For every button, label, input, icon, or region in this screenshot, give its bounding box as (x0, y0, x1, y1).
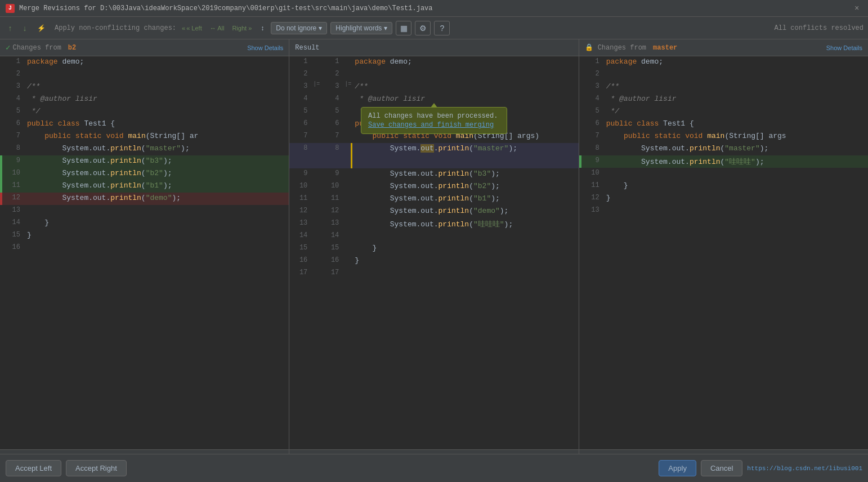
do-not-ignore-dropdown[interactable]: Do not ignore ▾ (271, 22, 327, 34)
close-button[interactable]: × (854, 5, 862, 12)
app-icon: J (6, 4, 15, 13)
right-panel: 🔒 Changes from master Show Details 1 pac… (579, 39, 868, 454)
title-bar-left: J Merge Revisions for D:\003Java\ideaWor… (6, 4, 433, 13)
result-panel: Result All changes have been processed. … (289, 39, 579, 454)
right-panel-from: Changes from (598, 44, 646, 52)
highlight-words-dropdown[interactable]: Highlight words ▾ (330, 22, 392, 34)
table-row: 6 public class Test1 { (579, 118, 868, 131)
left-scrollbar[interactable] (0, 449, 289, 454)
table-row: 3 /** (0, 81, 289, 93)
help-button[interactable]: ? (434, 21, 450, 35)
table-row: 10 (579, 168, 868, 180)
table-row: 1 package demo; (579, 56, 868, 69)
table-row: 11 11 System.out.println("b1"); (289, 193, 578, 206)
right-show-details-button[interactable]: Show Details (826, 44, 862, 51)
table-row: 12 System.out.println("demo"); (0, 193, 289, 205)
apply-button[interactable]: Apply (659, 460, 696, 476)
magic-resolve-button[interactable]: ⚡ (34, 23, 49, 34)
table-row: 12 12 System.out.println("demo"); (289, 206, 578, 218)
table-row: 3 /** (579, 81, 868, 93)
dropdown-arrow-icon: ▾ (319, 24, 322, 32)
accept-right-button[interactable]: Accept Right (66, 460, 127, 476)
toolbar: ↑ ↓ ⚡ Apply non-conflicting changes: « «… (0, 17, 868, 39)
table-row: 8 System.out.println("master"); (0, 143, 289, 155)
next-change-button[interactable]: ↓ (19, 23, 30, 34)
gear-icon: ⚙ (419, 24, 427, 33)
apply-label: Apply non-conflicting changes: (55, 24, 176, 32)
table-row: 4 * @author lisir (0, 93, 289, 106)
table-row: 2 (0, 69, 289, 81)
table-row: 16 16 } (289, 255, 578, 267)
table-row: 15 15 } (289, 243, 578, 255)
bottom-left: Accept Left Accept Right (6, 460, 127, 476)
apply-left-button[interactable]: « « Left (180, 24, 204, 33)
cancel-button[interactable]: Cancel (701, 460, 742, 476)
table-row: 13 (579, 205, 868, 217)
table-row: 15 } (0, 230, 289, 242)
magic-icon: ⚡ (37, 24, 46, 32)
left-arrow-icon: « (182, 25, 185, 32)
bottom-bar: Accept Left Accept Right Apply Cancel ht… (0, 454, 868, 482)
table-row: 10 System.out.println("b2"); (0, 168, 289, 180)
table-row: 7 7 public static void main(String[] arg… (289, 131, 578, 143)
lock-icon: 🔒 (585, 43, 593, 52)
table-row: 6 public class Test1 { (0, 118, 289, 131)
table-row: 14 14 (289, 230, 578, 243)
table-row: 1 1 package demo; (289, 56, 578, 69)
bottom-right: Apply Cancel https://blog.csdn.net/libus… (659, 460, 862, 476)
result-scrollbar[interactable] (289, 449, 578, 454)
settings-button[interactable]: ⚙ (415, 21, 431, 35)
table-row: 2 2 (289, 69, 578, 81)
left-panel-header: ✓ Changes from b2 Show Details (0, 39, 289, 56)
table-row: 4 4 * @author lisir (289, 93, 578, 106)
right-panel-branch: master (653, 44, 677, 52)
table-row: 13 (0, 205, 289, 217)
resolve-button[interactable]: ↕ (257, 23, 267, 34)
left-panel: ✓ Changes from b2 Show Details 1 package… (0, 39, 289, 454)
right-scrollbar[interactable] (579, 449, 868, 454)
conflicts-resolved-label: All conflicts resolved (775, 24, 863, 32)
left-code-area[interactable]: 1 package demo; 2 3 /** 4 * @author lisi… (0, 56, 289, 449)
table-row: 1 package demo; (0, 56, 289, 69)
result-panel-header: Result (289, 39, 578, 56)
table-row: 5 5 */ (289, 106, 578, 118)
url-label: https://blog.csdn.net/libusi001 (747, 465, 862, 472)
left-show-details-button[interactable]: Show Details (247, 44, 283, 51)
accept-left-button[interactable]: Accept Left (6, 460, 61, 476)
table-row: 3 |= 3 |= /** (289, 81, 578, 93)
table-row: 12 } (579, 193, 868, 205)
table-row: 5 */ (0, 106, 289, 118)
main-content: ✓ Changes from b2 Show Details 1 package… (0, 39, 868, 454)
layout-button[interactable]: ▦ (396, 21, 411, 35)
title-bar: J Merge Revisions for D:\003Java\ideaWor… (0, 0, 868, 17)
result-code-area[interactable]: All changes have been processed. Save ch… (289, 56, 578, 449)
table-row: 14 } (0, 217, 289, 230)
table-row: 10 10 System.out.println("b2"); (289, 181, 578, 193)
apply-right-button[interactable]: Right » (230, 24, 254, 33)
table-row: 4 * @author lisir (579, 93, 868, 106)
table-row: 6 6 public class Test1 { (289, 118, 578, 131)
table-row: 13 13 System.out.println("哇哇哇"); (289, 218, 578, 230)
table-row: 9 System.out.println("b3"); (0, 155, 289, 168)
table-row: 7 public static void main(String[] ar (0, 131, 289, 143)
table-row: 17 17 (289, 267, 578, 280)
right-code-area[interactable]: 1 package demo; 2 3 /** 4 * @author lisi… (579, 56, 868, 449)
right-panel-header: 🔒 Changes from master Show Details (579, 39, 868, 56)
table-row: 11 System.out.println("b1"); (0, 180, 289, 193)
table-row: 2 (579, 69, 868, 81)
window-title: Merge Revisions for D:\003Java\ideaWorkS… (19, 5, 433, 12)
table-row: 5 */ (579, 106, 868, 118)
table-row: 9 9 System.out.println("b3"); (289, 168, 578, 181)
table-row: 8 System.out.println("master"); (579, 143, 868, 155)
table-row: 7 public static void main(String[] args (579, 131, 868, 143)
help-icon: ? (440, 24, 444, 33)
table-row: 11 } (579, 180, 868, 193)
left-panel-branch: b2 (68, 44, 76, 52)
left-checkmark: ✓ (6, 43, 10, 52)
highlight-dropdown-arrow: ▾ (384, 24, 387, 32)
left-panel-from: Changes from (12, 44, 61, 52)
apply-all-button[interactable]: ↔ All (208, 24, 227, 33)
prev-change-button[interactable]: ↑ (5, 23, 16, 34)
table-row: 16 (0, 242, 289, 255)
layout-icon: ▦ (400, 24, 408, 33)
